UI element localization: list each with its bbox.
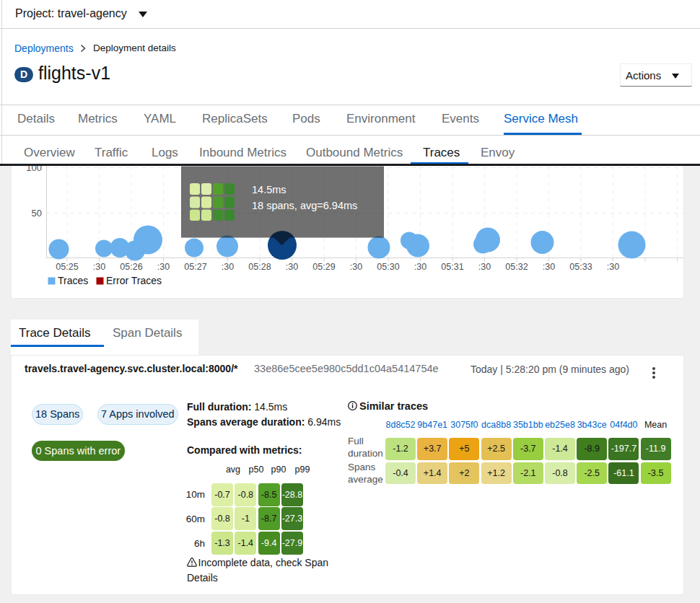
svg-text:14.5ms: 14.5ms: [252, 184, 286, 195]
svg-text::30: :30: [93, 262, 105, 272]
svg-text::30: :30: [157, 262, 170, 272]
svg-text:18 spans, avg=6.94ms: 18 spans, avg=6.94ms: [252, 199, 357, 211]
svg-text:Error Traces: Error Traces: [106, 275, 162, 286]
svg-text:100: 100: [26, 166, 42, 173]
svg-text::30: :30: [543, 262, 555, 272]
svg-text:05:31: 05:31: [441, 262, 463, 272]
svg-text::30: :30: [478, 262, 491, 272]
svg-text:Traces: Traces: [58, 275, 88, 286]
svg-text:05:32: 05:32: [505, 262, 528, 272]
svg-text::30: :30: [414, 262, 426, 272]
svg-text:05:27: 05:27: [184, 262, 206, 272]
svg-text:05:25: 05:25: [56, 262, 78, 272]
svg-text::30: :30: [607, 262, 619, 272]
svg-text:50: 50: [32, 208, 42, 219]
svg-text:05:33: 05:33: [569, 262, 592, 272]
svg-text:05:30: 05:30: [377, 262, 399, 272]
svg-text:05:26: 05:26: [120, 262, 142, 272]
svg-text::30: :30: [222, 262, 234, 272]
svg-text:05:29: 05:29: [312, 262, 335, 272]
svg-text::30: :30: [350, 262, 362, 272]
svg-text::30: :30: [286, 262, 298, 272]
svg-text:05:28: 05:28: [248, 262, 271, 272]
